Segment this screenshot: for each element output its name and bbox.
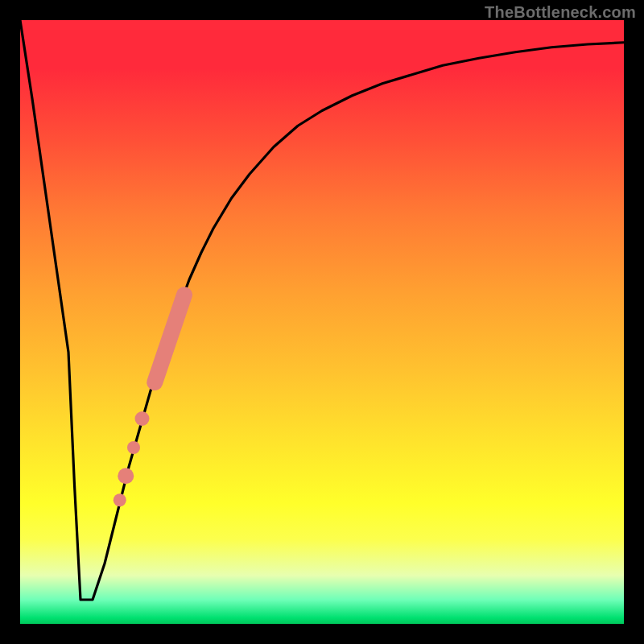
highlight-dot bbox=[118, 468, 134, 484]
plot-area bbox=[20, 20, 624, 624]
highlight-dot bbox=[114, 493, 126, 506]
highlight-dot bbox=[135, 411, 150, 426]
chart-overlay bbox=[20, 20, 624, 624]
watermark-text: TheBottleneck.com bbox=[485, 3, 636, 22]
highlight-dot bbox=[127, 441, 140, 454]
chart-frame: TheBottleneck.com bbox=[0, 0, 644, 644]
curve-group bbox=[20, 20, 624, 600]
bottleneck-curve bbox=[20, 20, 624, 600]
highlight-segment bbox=[155, 295, 184, 382]
